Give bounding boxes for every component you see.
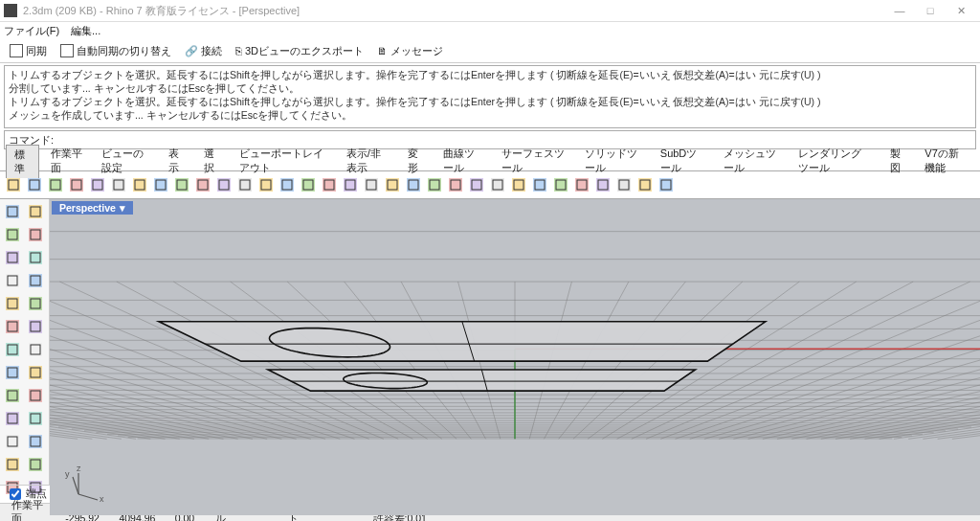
tool-icon[interactable] bbox=[2, 270, 23, 291]
tool-icon[interactable] bbox=[2, 454, 23, 475]
tool-icon[interactable] bbox=[2, 339, 23, 360]
tool-icon[interactable] bbox=[172, 175, 191, 194]
tool-icon[interactable] bbox=[593, 175, 612, 194]
command-history: トリムするオブジェクトを選択。延長するにはShiftを押しながら選択します。操作… bbox=[4, 65, 976, 128]
tool-icon[interactable] bbox=[509, 175, 528, 194]
standard-toolbar bbox=[0, 171, 980, 199]
status-plane: 作業平面 bbox=[6, 499, 56, 521]
left-toolbox bbox=[0, 199, 50, 485]
tool-icon[interactable] bbox=[320, 175, 339, 194]
export3d-button[interactable]: ⎘3Dビューのエクスポート bbox=[232, 43, 368, 59]
tool-icon[interactable] bbox=[2, 408, 23, 429]
tool-icon[interactable] bbox=[299, 175, 318, 194]
tool-icon[interactable] bbox=[25, 408, 46, 429]
tool-icon[interactable] bbox=[25, 454, 46, 475]
tool-icon[interactable] bbox=[2, 431, 23, 452]
toolbar-tabs: 標準作業平面ビューの設定表示選択ビューポートレイアウト表示/非表示変形曲線ツール… bbox=[0, 151, 980, 171]
tool-icon[interactable] bbox=[25, 201, 46, 222]
tool-icon[interactable] bbox=[193, 175, 212, 194]
minimize-button[interactable]: — bbox=[884, 5, 915, 16]
tool-icon[interactable] bbox=[2, 247, 23, 268]
tool-icon[interactable] bbox=[25, 293, 46, 314]
maximize-button[interactable]: □ bbox=[915, 5, 946, 16]
autosync-button[interactable]: 自動同期の切り替え bbox=[56, 43, 175, 59]
tool-icon[interactable] bbox=[657, 175, 676, 194]
tool-icon[interactable] bbox=[551, 175, 570, 194]
tool-icon[interactable] bbox=[488, 175, 507, 194]
tool-icon[interactable] bbox=[25, 270, 46, 291]
tool-icon[interactable] bbox=[2, 385, 23, 406]
window-title: 2.3dm (209 KB) - Rhino 7 教育版ライセンス - [Per… bbox=[23, 4, 884, 18]
tool-icon[interactable] bbox=[614, 175, 634, 194]
connect-button[interactable]: 🔗接続 bbox=[181, 43, 226, 59]
tool-icon[interactable] bbox=[46, 175, 65, 194]
tool-icon[interactable] bbox=[25, 385, 46, 406]
tool-icon[interactable] bbox=[635, 175, 655, 194]
sync-button[interactable]: 同期 bbox=[6, 43, 51, 59]
tool-icon[interactable] bbox=[278, 175, 297, 194]
tool-icon[interactable] bbox=[2, 316, 23, 337]
tool-icon[interactable] bbox=[404, 175, 423, 194]
tool-icon[interactable] bbox=[25, 431, 46, 452]
tool-icon[interactable] bbox=[530, 175, 549, 194]
tool-icon[interactable] bbox=[25, 175, 44, 194]
tool-icon[interactable] bbox=[341, 175, 360, 194]
tool-icon[interactable] bbox=[446, 175, 465, 194]
tool-icon[interactable] bbox=[256, 175, 276, 194]
menu-edit[interactable]: 編集... bbox=[71, 24, 100, 38]
tool-icon[interactable] bbox=[362, 175, 381, 194]
tool-icon[interactable] bbox=[130, 175, 149, 194]
close-button[interactable]: ✕ bbox=[946, 5, 976, 17]
sync-toolbar: 同期 自動同期の切り替え 🔗接続 ⎘3Dビューのエクスポート 🗎メッセージ bbox=[0, 39, 980, 63]
tool-icon[interactable] bbox=[2, 201, 23, 222]
menu-bar: ファイル(F) 編集... bbox=[0, 22, 980, 39]
tool-icon[interactable] bbox=[88, 175, 107, 194]
tool-icon[interactable] bbox=[572, 175, 591, 194]
tool-icon[interactable] bbox=[2, 293, 23, 314]
app-icon bbox=[4, 4, 17, 17]
tool-icon[interactable] bbox=[25, 362, 46, 383]
tool-icon[interactable] bbox=[214, 175, 234, 194]
tool-icon[interactable] bbox=[109, 175, 128, 194]
tool-icon[interactable] bbox=[383, 175, 402, 194]
message-button[interactable]: 🗎メッセージ bbox=[373, 43, 447, 59]
tool-icon[interactable] bbox=[2, 362, 23, 383]
tool-icon[interactable] bbox=[25, 224, 46, 245]
tool-icon[interactable] bbox=[25, 339, 46, 360]
tool-icon[interactable] bbox=[4, 175, 23, 194]
menu-file[interactable]: ファイル(F) bbox=[4, 24, 59, 38]
title-bar: 2.3dm (209 KB) - Rhino 7 教育版ライセンス - [Per… bbox=[0, 0, 980, 22]
tool-icon[interactable] bbox=[25, 247, 46, 268]
tool-icon[interactable] bbox=[2, 224, 23, 245]
tool-icon[interactable] bbox=[25, 316, 46, 337]
tool-icon[interactable] bbox=[425, 175, 444, 194]
viewport-label[interactable]: Perspective bbox=[52, 201, 133, 215]
tool-icon[interactable] bbox=[67, 175, 86, 194]
viewport[interactable] bbox=[50, 199, 980, 515]
tool-icon[interactable] bbox=[151, 175, 170, 194]
tool-icon[interactable] bbox=[467, 175, 486, 194]
tool-icon[interactable] bbox=[235, 175, 255, 194]
